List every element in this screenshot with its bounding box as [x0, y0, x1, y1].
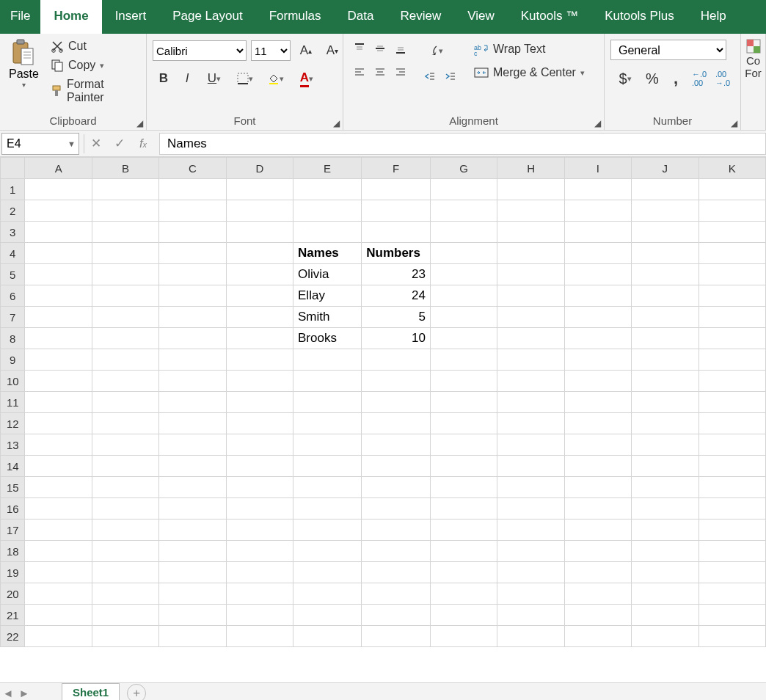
cell-E11[interactable] [293, 392, 362, 413]
cell-A11[interactable] [25, 392, 92, 413]
tab-page-layout[interactable]: Page Layout [159, 0, 255, 34]
cell-K15[interactable] [698, 477, 765, 498]
cell-B5[interactable] [92, 264, 158, 285]
cell-E7[interactable]: Smith [293, 307, 362, 328]
cell-K14[interactable] [698, 456, 765, 477]
cell-A5[interactable] [25, 264, 92, 285]
cell-G5[interactable] [430, 264, 497, 285]
row-header-12[interactable]: 12 [1, 413, 25, 434]
cell-E8[interactable]: Brooks [293, 328, 362, 349]
decrease-font-button[interactable]: A▾ [321, 40, 343, 62]
cell-D21[interactable] [226, 605, 293, 626]
column-header-G[interactable]: G [430, 158, 497, 179]
cell-I22[interactable] [564, 626, 631, 647]
cell-A8[interactable] [25, 328, 92, 349]
cell-H9[interactable] [497, 349, 564, 371]
cell-H10[interactable] [497, 371, 564, 392]
bold-button[interactable]: B [153, 68, 175, 90]
cell-H18[interactable] [497, 541, 564, 562]
cell-B20[interactable] [92, 583, 158, 605]
row-header-14[interactable]: 14 [1, 456, 25, 477]
tab-file[interactable]: File [0, 0, 40, 34]
cell-I7[interactable] [564, 307, 631, 328]
column-header-B[interactable]: B [92, 158, 158, 179]
cell-F5[interactable]: 23 [362, 264, 431, 285]
cell-E2[interactable] [293, 200, 362, 222]
row-header-1[interactable]: 1 [1, 179, 25, 200]
cell-E13[interactable] [293, 434, 362, 456]
cell-F21[interactable] [362, 605, 431, 626]
cell-I8[interactable] [564, 328, 631, 349]
cell-B19[interactable] [92, 562, 158, 583]
cell-F20[interactable] [362, 583, 431, 605]
cell-C14[interactable] [159, 456, 226, 477]
cell-F11[interactable] [362, 392, 431, 413]
cell-F16[interactable] [362, 498, 431, 519]
cell-J13[interactable] [632, 434, 698, 456]
cell-E18[interactable] [293, 541, 362, 562]
alignment-launcher-icon[interactable]: ◢ [594, 118, 601, 128]
tab-review[interactable]: Review [387, 0, 454, 34]
cell-K2[interactable] [698, 200, 765, 222]
cell-D5[interactable] [226, 264, 293, 285]
tab-kutools-plus[interactable]: Kutools Plus [591, 0, 687, 34]
row-header-19[interactable]: 19 [1, 562, 25, 583]
cell-B8[interactable] [92, 328, 158, 349]
cell-G17[interactable] [430, 519, 497, 541]
cell-A12[interactable] [25, 413, 92, 434]
cell-J12[interactable] [632, 413, 698, 434]
cell-G1[interactable] [430, 179, 497, 200]
tab-view[interactable]: View [454, 0, 508, 34]
cell-E4[interactable]: Names [293, 243, 362, 264]
cell-E5[interactable]: Olivia [293, 264, 362, 285]
cell-F17[interactable] [362, 519, 431, 541]
cell-A18[interactable] [25, 541, 92, 562]
cell-J6[interactable] [632, 285, 698, 307]
cell-D8[interactable] [226, 328, 293, 349]
cell-C6[interactable] [159, 285, 226, 307]
cell-E21[interactable] [293, 605, 362, 626]
cell-F12[interactable] [362, 413, 431, 434]
cell-A7[interactable] [25, 307, 92, 328]
cell-K10[interactable] [698, 371, 765, 392]
name-box[interactable]: E4 ▼ [1, 133, 79, 155]
cell-D4[interactable] [226, 243, 293, 264]
cell-C11[interactable] [159, 392, 226, 413]
cell-E10[interactable] [293, 371, 362, 392]
select-all-corner[interactable] [1, 158, 25, 179]
column-header-E[interactable]: E [293, 158, 362, 179]
wrap-text-button[interactable]: abc Wrap Text [470, 40, 589, 59]
row-header-11[interactable]: 11 [1, 392, 25, 413]
cell-B3[interactable] [92, 222, 158, 243]
cell-K6[interactable] [698, 285, 765, 307]
cell-C2[interactable] [159, 200, 226, 222]
column-header-D[interactable]: D [226, 158, 293, 179]
cell-C20[interactable] [159, 583, 226, 605]
row-header-5[interactable]: 5 [1, 264, 25, 285]
tab-kutools[interactable]: Kutools ™ [508, 0, 591, 34]
insert-function-button[interactable]: fx [131, 136, 155, 151]
sheet-nav-next[interactable]: ► [16, 687, 32, 699]
cell-B4[interactable] [92, 243, 158, 264]
row-header-9[interactable]: 9 [1, 349, 25, 371]
cell-G11[interactable] [430, 392, 497, 413]
cell-G3[interactable] [430, 222, 497, 243]
number-launcher-icon[interactable]: ◢ [731, 118, 737, 128]
cell-K4[interactable] [698, 243, 765, 264]
cell-K1[interactable] [698, 179, 765, 200]
italic-button[interactable]: I [176, 68, 198, 90]
cell-H3[interactable] [497, 222, 564, 243]
cell-F4[interactable]: Numbers [362, 243, 431, 264]
cell-E12[interactable] [293, 413, 362, 434]
cell-E22[interactable] [293, 626, 362, 647]
cell-K3[interactable] [698, 222, 765, 243]
cell-G14[interactable] [430, 456, 497, 477]
tab-formulas[interactable]: Formulas [256, 0, 335, 34]
orientation-button[interactable]: ⤹ [420, 40, 452, 62]
cell-G13[interactable] [430, 434, 497, 456]
cell-A13[interactable] [25, 434, 92, 456]
cell-K20[interactable] [698, 583, 765, 605]
increase-decimal-button[interactable]: ←.0.00 [688, 68, 710, 90]
merge-center-button[interactable]: Merge & Center [470, 63, 589, 82]
clipboard-launcher-icon[interactable]: ◢ [136, 118, 143, 128]
